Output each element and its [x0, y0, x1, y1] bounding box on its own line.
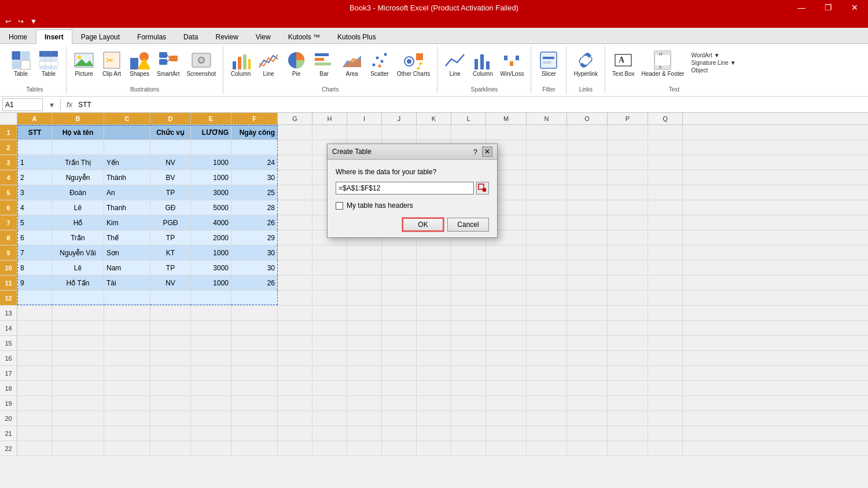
- cell[interactable]: [608, 306, 648, 320]
- cell[interactable]: [567, 276, 608, 290]
- pie-chart-button[interactable]: Pie: [284, 49, 309, 79]
- cell[interactable]: [312, 411, 347, 425]
- cell[interactable]: [417, 366, 451, 380]
- cell[interactable]: [278, 200, 312, 215]
- cell[interactable]: 9: [17, 276, 52, 290]
- cell[interactable]: [104, 411, 150, 425]
- cell[interactable]: [17, 381, 52, 395]
- cell[interactable]: [648, 215, 683, 230]
- cell[interactable]: [191, 441, 231, 456]
- cell[interactable]: [231, 396, 278, 410]
- cell[interactable]: [608, 200, 648, 215]
- cell[interactable]: [104, 291, 150, 305]
- cell[interactable]: [191, 351, 231, 365]
- cell[interactable]: [451, 426, 486, 441]
- cell[interactable]: [608, 140, 648, 155]
- cell[interactable]: [150, 306, 191, 320]
- cell[interactable]: Lê: [52, 260, 104, 275]
- cell[interactable]: [527, 291, 567, 305]
- col-header-h[interactable]: H: [312, 113, 347, 124]
- cell[interactable]: [278, 291, 312, 305]
- cell[interactable]: NV: [150, 276, 191, 290]
- cell[interactable]: [278, 140, 312, 155]
- column-chart-button[interactable]: Column: [228, 49, 253, 79]
- cell[interactable]: [567, 125, 608, 140]
- cell[interactable]: [191, 411, 231, 425]
- cell[interactable]: [347, 381, 382, 395]
- cell[interactable]: [527, 276, 567, 290]
- cell[interactable]: [347, 396, 382, 410]
- cell[interactable]: [648, 155, 683, 170]
- cell[interactable]: [17, 396, 52, 410]
- cell[interactable]: LƯƠNG: [191, 125, 231, 140]
- cell[interactable]: [648, 140, 683, 155]
- cell[interactable]: [191, 321, 231, 335]
- cell[interactable]: [648, 351, 683, 365]
- cell[interactable]: [608, 441, 648, 456]
- cell[interactable]: [527, 170, 567, 185]
- cell[interactable]: [52, 366, 104, 380]
- cell[interactable]: [527, 321, 567, 335]
- cell[interactable]: 26: [231, 215, 278, 230]
- tab-page-layout[interactable]: Page Layout: [72, 30, 128, 44]
- cell[interactable]: [382, 306, 417, 320]
- cell[interactable]: Nguyễn: [52, 170, 104, 185]
- cell[interactable]: [150, 411, 191, 425]
- tab-review[interactable]: Review: [207, 30, 247, 44]
- cell[interactable]: [486, 291, 527, 305]
- cell[interactable]: Thành: [104, 170, 150, 185]
- cell[interactable]: [451, 381, 486, 395]
- cell[interactable]: [278, 276, 312, 290]
- cell[interactable]: Yến: [104, 155, 150, 170]
- cell[interactable]: [451, 411, 486, 425]
- cell[interactable]: [150, 381, 191, 395]
- cell[interactable]: [417, 125, 451, 140]
- cell[interactable]: TP: [150, 230, 191, 245]
- cell[interactable]: [486, 306, 527, 320]
- cell[interactable]: [527, 200, 567, 215]
- cell[interactable]: [312, 260, 347, 275]
- cell[interactable]: PGĐ: [150, 215, 191, 230]
- cell[interactable]: 4000: [191, 215, 231, 230]
- cell[interactable]: [278, 381, 312, 395]
- smartart-button[interactable]: SmartArt: [155, 49, 182, 79]
- cell[interactable]: Hồ Tấn: [52, 276, 104, 290]
- cell[interactable]: 3000: [191, 260, 231, 275]
- hyperlink-button[interactable]: Hyperlink: [571, 49, 600, 79]
- cell[interactable]: [451, 276, 486, 290]
- cell[interactable]: [104, 351, 150, 365]
- cell[interactable]: [417, 336, 451, 350]
- cell[interactable]: [451, 260, 486, 275]
- cell[interactable]: [150, 396, 191, 410]
- cell[interactable]: 28: [231, 200, 278, 215]
- cell[interactable]: [52, 336, 104, 350]
- cell[interactable]: [608, 411, 648, 425]
- cell[interactable]: [417, 321, 451, 335]
- col-header-a[interactable]: A: [17, 113, 52, 124]
- cell[interactable]: [527, 245, 567, 260]
- cell[interactable]: [312, 291, 347, 305]
- cell[interactable]: [527, 381, 567, 395]
- cell[interactable]: Nguyễn Văi: [52, 245, 104, 260]
- slicer-button[interactable]: Slicer: [536, 49, 561, 79]
- cell[interactable]: [150, 321, 191, 335]
- cell[interactable]: [52, 140, 104, 155]
- cell[interactable]: [451, 291, 486, 305]
- cell[interactable]: [231, 441, 278, 456]
- cell[interactable]: [608, 291, 648, 305]
- cell[interactable]: [17, 411, 52, 425]
- cell[interactable]: [608, 276, 648, 290]
- cell[interactable]: Chức vụ: [150, 125, 191, 140]
- cell[interactable]: [608, 125, 648, 140]
- cell[interactable]: [608, 396, 648, 410]
- cell[interactable]: TP: [150, 185, 191, 200]
- cell[interactable]: [527, 185, 567, 200]
- cell[interactable]: [382, 396, 417, 410]
- line-chart-button[interactable]: Line: [256, 49, 281, 79]
- cell[interactable]: [104, 321, 150, 335]
- cell[interactable]: [608, 381, 648, 395]
- cell[interactable]: [278, 336, 312, 350]
- cell[interactable]: [52, 321, 104, 335]
- tab-view[interactable]: View: [247, 30, 279, 44]
- sparkline-column-button[interactable]: Column: [470, 49, 495, 79]
